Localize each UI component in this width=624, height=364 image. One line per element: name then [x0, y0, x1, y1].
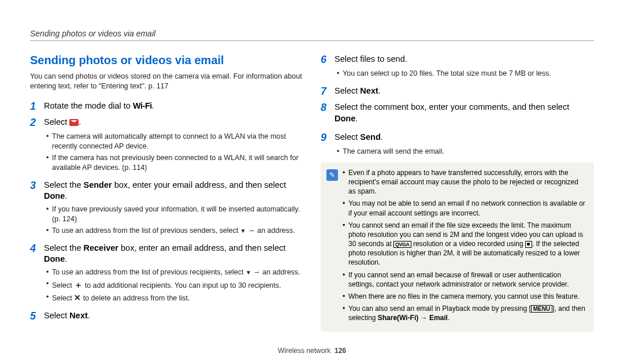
down-triangle-icon — [240, 226, 246, 235]
note-item: Even if a photo appears to have transfer… — [343, 168, 587, 196]
step-number: 9 — [321, 131, 330, 144]
step-number: 5 — [30, 309, 39, 323]
list-item: The camera will send the email. — [337, 147, 594, 157]
email-icon — [69, 119, 79, 126]
step-text: Select — [44, 117, 69, 127]
note-item: You may not be able to send an email if … — [343, 199, 587, 217]
step-number: 1 — [30, 99, 39, 113]
step-6-sublist: You can select up to 20 files. The total… — [321, 69, 594, 79]
right-column: 6 Select files to send. You can select u… — [321, 53, 594, 332]
step-text: Select the — [44, 243, 84, 252]
step-7: 7 Select Next. — [321, 84, 594, 98]
list-item: Select ✕ to delete an address from the l… — [46, 292, 303, 303]
step-4: 4 Select the Receiver box, enter an emai… — [30, 242, 303, 265]
wifi-icon: Wi-Fi — [133, 101, 152, 110]
step-text: . — [355, 114, 358, 123]
plus-icon: ＋ — [74, 280, 83, 289]
step-3-sublist: If you have previously saved your inform… — [30, 205, 303, 236]
page-footer: Wireless network 126 — [0, 347, 624, 355]
step-number: 6 — [321, 53, 330, 66]
footer-section: Wireless network — [278, 347, 330, 355]
bold-label: Receiver — [84, 243, 118, 252]
text: To use an address from the list of previ… — [52, 268, 246, 276]
page-number: 126 — [335, 347, 346, 355]
step-number: 2 — [30, 116, 39, 129]
text: to delete an address from the list. — [81, 294, 190, 302]
text: To use an address from the list of previ… — [52, 226, 240, 235]
note-icon: ✎ — [326, 169, 338, 181]
text: → — [418, 314, 429, 322]
note-item: You can also send an email in Playback m… — [343, 304, 587, 322]
qvga-icon: QVGA — [393, 241, 411, 248]
step-number: 4 — [30, 242, 39, 255]
step-4-sublist: To use an address from the list of previ… — [30, 268, 303, 303]
bold-label: Done — [335, 114, 355, 123]
text: Select — [52, 281, 74, 289]
section-title: Sending photos or videos via email — [30, 53, 303, 68]
step-8: 8 Select the comment box, enter your com… — [321, 101, 594, 124]
step-9-sublist: The camera will send the email. — [321, 147, 594, 157]
bold-label: Send — [360, 132, 380, 142]
menu-button-icon: MENU — [531, 305, 552, 313]
record-icon: ⏺ — [525, 241, 532, 248]
step-9: 9 Select Send. — [321, 131, 594, 144]
step-1: 1 Rotate the mode dial to Wi-Fi. — [30, 99, 303, 113]
text: . — [448, 314, 450, 322]
step-text: . — [152, 101, 154, 110]
list-item: To use an address from the list of previ… — [46, 226, 303, 236]
note-list: Even if a photo appears to have transfer… — [343, 168, 587, 326]
intro-text: You can send photos or videos stored on … — [30, 72, 303, 91]
text: Select — [52, 294, 74, 302]
step-text: Select — [44, 311, 69, 320]
step-5: 5 Select Next. — [30, 309, 303, 323]
step-text: . — [65, 191, 67, 200]
down-triangle-icon — [246, 268, 251, 276]
step-text: Rotate the mode dial to — [44, 101, 133, 110]
step-text: . — [378, 86, 381, 95]
step-6: 6 Select files to send. — [321, 53, 594, 66]
left-column: Sending photos or videos via email You c… — [30, 53, 303, 332]
running-header: Sending photos or videos via email — [30, 29, 594, 38]
list-item: If the camera has not previously been co… — [46, 153, 303, 173]
bold-label: Next — [69, 311, 87, 320]
text: You can also send an email in Playback m… — [348, 304, 531, 313]
note-item: When there are no files in the camera me… — [343, 292, 587, 301]
note-box: ✎ Even if a photo appears to have transf… — [321, 162, 594, 332]
step-number: 8 — [321, 101, 330, 114]
bold-label: Sender — [84, 180, 112, 190]
step-text: box, enter an email address, and then se… — [118, 243, 285, 252]
text: → an address. — [251, 268, 300, 276]
bold-label: Done — [44, 191, 65, 200]
step-text: Select — [335, 132, 360, 142]
step-text: . — [79, 117, 81, 127]
step-2-sublist: The camera will automatically attempt to… — [30, 132, 303, 173]
step-text: . — [88, 311, 90, 320]
bold-label: Share(Wi-Fi) — [378, 314, 419, 322]
header-rule — [30, 40, 594, 41]
step-3: 3 Select the Sender box, enter your emai… — [30, 179, 303, 202]
note-item: If you cannot send an email because of f… — [343, 270, 587, 289]
step-2: 2 Select . — [30, 116, 303, 129]
step-text: Select — [335, 86, 360, 95]
note-item: You cannot send an email if the file siz… — [343, 221, 587, 268]
step-text: Select the — [44, 180, 84, 190]
step-number: 7 — [321, 84, 330, 98]
step-number: 3 — [30, 179, 39, 192]
list-item: The camera will automatically attempt to… — [46, 132, 303, 151]
step-text: Select the comment box, enter your comme… — [335, 102, 569, 112]
list-item: Select ＋ to add additional recipients. Y… — [46, 279, 303, 291]
x-icon: ✕ — [74, 293, 81, 302]
bold-label: Email — [429, 314, 448, 322]
bold-label: Done — [44, 254, 65, 263]
step-text: box, enter your email address, and then … — [112, 180, 286, 190]
list-item: If you have previously saved your inform… — [46, 205, 303, 224]
text: → an address. — [246, 226, 295, 235]
list-item: To use an address from the list of previ… — [46, 268, 303, 277]
step-text: . — [65, 254, 67, 263]
text: to add additional recipients. You can in… — [83, 281, 281, 289]
list-item: You can select up to 20 files. The total… — [337, 69, 594, 79]
bold-label: Next — [360, 86, 378, 95]
step-text: . — [381, 132, 383, 142]
step-text: Select files to send. — [335, 53, 594, 65]
text: resolution or a video recorded using — [411, 240, 525, 248]
